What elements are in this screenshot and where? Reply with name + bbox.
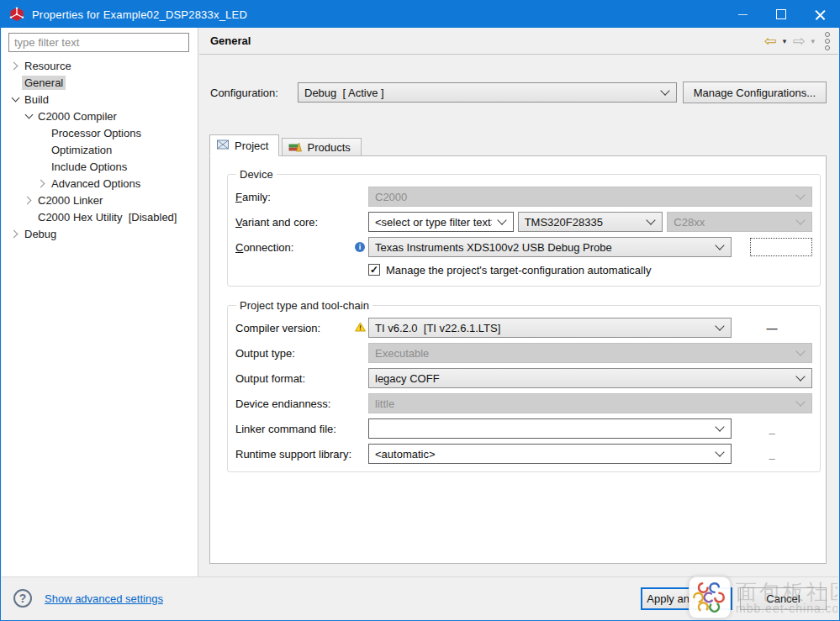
chevron-right-icon[interactable]	[10, 61, 18, 70]
linker-browse-button[interactable]: _	[769, 423, 774, 435]
family-select: C2000	[368, 187, 812, 207]
chevron-down-icon	[715, 422, 724, 431]
manage-target-config-label: Manage the project's target-configuratio…	[386, 264, 651, 276]
minimize-button[interactable]	[723, 1, 762, 28]
window-title: Properties for Example02_DSP2833x_LED	[32, 8, 247, 21]
tab-project[interactable]: Project	[209, 134, 279, 156]
variant-label: Variant and core:	[235, 216, 355, 229]
chevron-down-icon[interactable]	[11, 94, 19, 103]
tab-products[interactable]: Products	[282, 138, 361, 156]
ccs-app-icon	[9, 7, 24, 22]
maximize-button[interactable]	[762, 1, 800, 28]
chevron-right-icon[interactable]	[24, 196, 32, 204]
filter-input[interactable]	[8, 33, 189, 52]
configuration-row: Configuration: Debug [ Active ] Manage C…	[210, 82, 827, 103]
tree-item-c2000-hex-utility[interactable]: C2000 Hex Utility [Disabled]	[2, 208, 198, 225]
variant-select[interactable]: TMS320F28335	[518, 212, 663, 232]
runtime-support-library-label: Runtime support library:	[235, 448, 355, 460]
tree-item-optimization[interactable]: Optimization	[2, 141, 198, 158]
linker-command-file-label: Linker command file:	[235, 423, 355, 435]
variant-filter-select[interactable]: <select or type filter text>	[368, 212, 514, 232]
chevron-down-icon	[795, 215, 805, 224]
output-type-label: Output type:	[235, 347, 355, 360]
runtime-support-library-select[interactable]: <automatic>	[368, 444, 732, 464]
chevron-down-icon	[715, 321, 724, 330]
chevron-down-icon	[660, 86, 669, 95]
tree-item-resource[interactable]: Resource	[2, 57, 198, 74]
tree-item-general[interactable]: General	[2, 74, 198, 91]
page-header: General ⇦ ▾ ⇨ ▾	[199, 28, 838, 55]
tree-item-c2000-linker[interactable]: C2000 Linker	[2, 192, 198, 208]
apply-and-close-button[interactable]: Apply and Close	[641, 587, 732, 610]
forward-history-dropdown-icon: ▾	[811, 37, 815, 45]
chevron-down-icon	[795, 190, 805, 199]
core-select: C28xx	[667, 212, 812, 232]
chevron-down-icon	[647, 215, 656, 224]
output-format-row: Output format: legacy COFF	[235, 368, 812, 388]
properties-dialog: Properties for Example02_DSP2833x_LED Re…	[0, 0, 840, 621]
tree-item-include-options[interactable]: Include Options	[2, 158, 198, 175]
chevron-down-icon	[795, 346, 805, 355]
output-format-select[interactable]: legacy COFF	[368, 368, 812, 388]
toolchain-group: Project type and tool-chain Compiler ver…	[227, 299, 821, 472]
chevron-right-icon[interactable]	[37, 179, 45, 187]
runtime-support-library-row: Runtime support library: <automatic> _	[235, 444, 812, 464]
manage-configurations-button[interactable]: Manage Configurations...	[683, 82, 827, 103]
compiler-version-select[interactable]: TI v6.2.0 [TI v22.6.1.LTS]	[368, 318, 732, 338]
connection-row: Connection: i Texas Instruments XDS100v2…	[235, 237, 812, 257]
warning-icon	[355, 322, 366, 334]
tree-item-processor-options[interactable]: Processor Options	[2, 124, 198, 141]
chevron-down-icon	[715, 447, 724, 456]
general-page: Configuration: Debug [ Active ] Manage C…	[199, 54, 838, 576]
chevron-down-icon[interactable]	[24, 111, 33, 119]
project-tab-icon	[216, 138, 230, 154]
chevron-down-icon	[497, 215, 506, 224]
project-tab-content: Device Family: C2000 Variant and core:	[209, 155, 827, 564]
compiler-version-label: Compiler version:	[235, 322, 355, 334]
linker-command-file-select[interactable]	[368, 418, 732, 439]
tree-item-c2000-compiler[interactable]: C2000 Compiler	[2, 108, 198, 124]
family-row: Family: C2000	[235, 187, 812, 207]
output-type-row: Output type: Executable	[235, 343, 812, 363]
variant-row: Variant and core: <select or type filter…	[235, 212, 812, 232]
properties-tree: Resource General Build C2000 Compiler Pr…	[2, 57, 198, 242]
close-button[interactable]	[800, 1, 839, 28]
compiler-version-row: Compiler version: TI v6.2.	[235, 318, 812, 338]
back-history-dropdown-icon[interactable]: ▾	[783, 37, 787, 45]
compiler-more-button[interactable]: —	[767, 322, 778, 334]
tab-bar: Project Products	[209, 134, 364, 156]
cancel-button[interactable]: Cancel	[740, 587, 827, 610]
device-endianness-select: little	[368, 393, 812, 413]
output-type-select: Executable	[368, 343, 812, 363]
linker-command-file-row: Linker command file: _	[235, 418, 812, 439]
info-icon: i	[355, 242, 365, 252]
runtime-browse-button[interactable]: _	[769, 448, 774, 460]
device-group: Device Family: C2000 Variant and core:	[227, 168, 821, 287]
tree-item-debug[interactable]: Debug	[2, 225, 198, 242]
connection-select[interactable]: Texas Instruments XDS100v2 USB Debug Pro…	[368, 237, 732, 257]
help-icon[interactable]: ?	[13, 589, 32, 608]
page-title: General	[210, 34, 251, 47]
view-menu-icon[interactable]	[825, 32, 830, 50]
configuration-label: Configuration:	[210, 87, 298, 99]
titlebar[interactable]: Properties for Example02_DSP2833x_LED	[1, 1, 839, 28]
window-controls	[723, 1, 839, 28]
device-endianness-label: Device endianness:	[235, 397, 355, 410]
main-panel: General ⇦ ▾ ⇨ ▾ Configuration: Debug [ A…	[199, 28, 838, 576]
checkbox-checked-icon: ✓	[368, 264, 380, 276]
tree-item-build[interactable]: Build	[2, 91, 198, 108]
output-format-label: Output format:	[235, 372, 355, 385]
chevron-down-icon	[795, 397, 805, 406]
chevron-right-icon[interactable]	[10, 229, 18, 238]
close-icon	[815, 9, 826, 20]
history-nav: ⇦ ▾ ⇨ ▾	[764, 32, 830, 50]
connection-label: Connection:	[235, 241, 355, 254]
manage-target-config-checkbox[interactable]: ✓ Manage the project's target-configurat…	[368, 264, 651, 276]
family-label: Family:	[235, 191, 355, 203]
tree-item-advanced-options[interactable]: Advanced Options	[2, 175, 198, 192]
connection-aux-button[interactable]	[750, 238, 812, 256]
show-advanced-settings-link[interactable]: Show advanced settings	[45, 592, 163, 605]
device-endianness-row: Device endianness: little	[235, 393, 812, 413]
back-icon[interactable]: ⇦	[764, 34, 777, 49]
configuration-select[interactable]: Debug [ Active ]	[298, 82, 677, 103]
